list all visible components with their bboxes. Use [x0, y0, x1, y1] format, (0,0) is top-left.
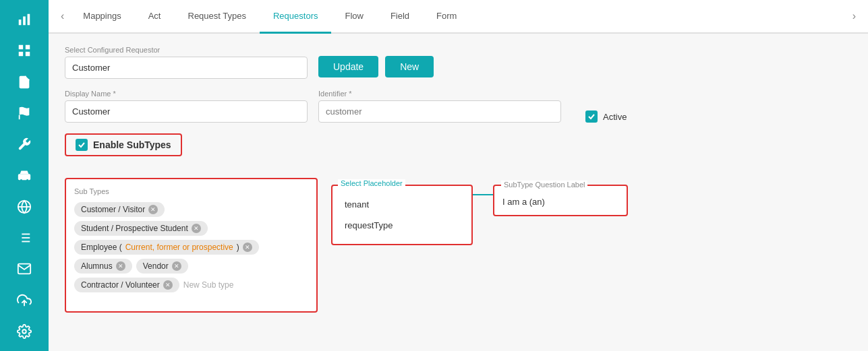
- subtypes-box: Sub Types Customer / Visitor ✕ Student /…: [65, 178, 318, 313]
- sidebar-item-settings[interactable]: [8, 317, 40, 346]
- tag-vendor: Vendor ✕: [136, 259, 188, 274]
- identifier-input[interactable]: [318, 100, 561, 123]
- sidebar-item-wrench[interactable]: [8, 130, 40, 158]
- tag-customer-visitor-remove[interactable]: ✕: [148, 205, 158, 214]
- main-content: ‹ Mappings Act Request Types Requestors …: [49, 0, 868, 351]
- tab-requestors[interactable]: Requestors: [260, 0, 331, 34]
- new-button[interactable]: New: [385, 56, 434, 77]
- svg-rect-4: [26, 45, 30, 49]
- question-label-value: I am a (an): [502, 194, 618, 207]
- tag-contractor-remove[interactable]: ✕: [163, 280, 173, 290]
- sidebar-item-flag[interactable]: [8, 99, 40, 127]
- tag-customer-visitor-text: Customer / Visitor: [81, 205, 145, 214]
- new-subtype-placeholder[interactable]: New Sub type: [183, 280, 234, 290]
- svg-rect-1: [23, 17, 26, 26]
- sidebar: [0, 0, 49, 351]
- question-label-title: SubType Question Label: [501, 181, 587, 189]
- select-placeholder-label: Select Placeholder: [338, 179, 405, 187]
- dropdown-option-requesttype[interactable]: requestType: [341, 215, 463, 236]
- lower-section: Sub Types Customer / Visitor ✕ Student /…: [65, 178, 852, 313]
- identifier-label: Identifier *: [318, 90, 561, 98]
- sidebar-item-mail[interactable]: [8, 255, 40, 283]
- tag-student-remove[interactable]: ✕: [192, 224, 201, 233]
- page-body: Select Configured Requestor Update New D…: [49, 34, 868, 351]
- svg-rect-0: [19, 20, 22, 25]
- sidebar-item-chart[interactable]: [8, 5, 40, 34]
- tab-flow[interactable]: Flow: [331, 0, 376, 34]
- tag-row-1: Customer / Visitor ✕: [74, 202, 308, 217]
- enable-subtypes-label: Enable SubTypes: [93, 139, 171, 150]
- active-checkbox[interactable]: [585, 110, 598, 123]
- tag-vendor-remove[interactable]: ✕: [172, 261, 181, 271]
- dropdown-option-tenant[interactable]: tenant: [341, 194, 463, 215]
- tab-act[interactable]: Act: [135, 0, 175, 34]
- tag-employee-text-orange: Current, former or prospective: [125, 243, 233, 252]
- svg-point-20: [22, 329, 26, 333]
- sidebar-item-globe[interactable]: [8, 193, 40, 221]
- sidebar-item-doc[interactable]: [8, 68, 40, 96]
- svg-rect-8: [18, 174, 30, 181]
- configured-requestor-label: Select Configured Requestor: [65, 46, 308, 54]
- display-name-field: Display Name *: [65, 90, 308, 123]
- tag-contractor-text: Contractor / Volunteer: [81, 280, 160, 290]
- configured-requestor-field: Select Configured Requestor: [65, 46, 308, 79]
- enable-subtypes-row[interactable]: Enable SubTypes: [65, 133, 182, 156]
- svg-rect-6: [26, 52, 30, 56]
- tag-employee: Employee (Current, former or prospective…: [74, 240, 259, 255]
- connector-line: [473, 194, 493, 195]
- tag-employee-text-before: Employee (: [81, 243, 122, 252]
- display-name-label: Display Name *: [65, 90, 308, 98]
- display-name-input[interactable]: [65, 100, 308, 123]
- tag-row-2: Student / Prospective Student ✕: [74, 221, 308, 236]
- tag-alumnus-text: Alumnus: [81, 261, 113, 271]
- configured-requestor-input[interactable]: [65, 57, 308, 79]
- active-row: Active: [585, 110, 627, 123]
- tab-back-arrow[interactable]: ‹: [55, 0, 69, 32]
- tag-student: Student / Prospective Student ✕: [74, 221, 208, 236]
- tag-row-5: Contractor / Volunteer ✕ New Sub type: [74, 278, 308, 292]
- svg-point-9: [20, 179, 22, 181]
- select-placeholder-container: Select Placeholder tenant requestType: [331, 185, 473, 245]
- svg-point-10: [26, 179, 28, 181]
- tag-row-4: Alumnus ✕ Vendor ✕: [74, 259, 308, 274]
- tab-form[interactable]: Form: [423, 0, 470, 34]
- tag-alumnus: Alumnus ✕: [74, 259, 132, 274]
- tag-alumnus-remove[interactable]: ✕: [116, 261, 125, 271]
- tag-vendor-text: Vendor: [143, 261, 169, 271]
- svg-rect-2: [28, 14, 30, 26]
- enable-subtypes-checkbox[interactable]: [76, 139, 88, 151]
- subtypes-title: Sub Types: [74, 187, 308, 195]
- tab-forward-arrow[interactable]: ›: [847, 0, 861, 32]
- tab-request-types[interactable]: Request Types: [175, 0, 260, 34]
- tag-row-3: Employee (Current, former or prospective…: [74, 240, 308, 255]
- svg-rect-3: [19, 45, 23, 49]
- tag-employee-remove[interactable]: ✕: [243, 243, 252, 252]
- tag-student-text: Student / Prospective Student: [81, 224, 188, 233]
- tag-customer-visitor: Customer / Visitor ✕: [74, 202, 165, 217]
- active-label: Active: [603, 112, 627, 122]
- update-button[interactable]: Update: [318, 56, 378, 77]
- svg-rect-5: [19, 52, 23, 56]
- identifier-field: Identifier *: [318, 90, 561, 123]
- select-placeholder-box: Select Placeholder tenant requestType: [331, 185, 473, 245]
- question-label-box: SubType Question Label I am a (an): [493, 185, 628, 216]
- sidebar-item-car[interactable]: [8, 161, 40, 189]
- sidebar-item-grid[interactable]: [8, 36, 40, 65]
- tag-contractor: Contractor / Volunteer ✕: [74, 278, 179, 292]
- tab-bar: ‹ Mappings Act Request Types Requestors …: [49, 0, 868, 34]
- sidebar-item-list[interactable]: [8, 224, 40, 252]
- sidebar-item-upload[interactable]: [8, 286, 40, 314]
- tag-employee-text-after: ): [237, 243, 239, 252]
- tab-mappings[interactable]: Mappings: [69, 0, 134, 34]
- tab-field[interactable]: Field: [377, 0, 423, 34]
